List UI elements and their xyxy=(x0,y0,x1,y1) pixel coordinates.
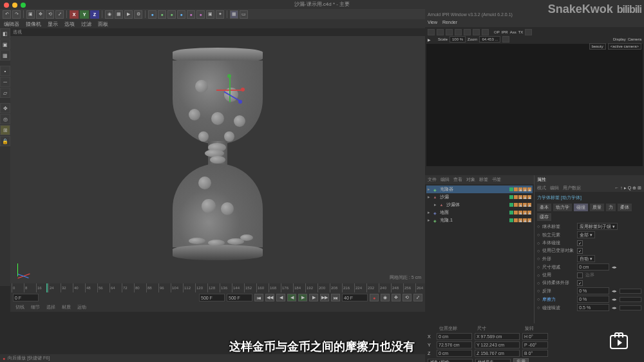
timeline-tick[interactable]: 128 xyxy=(207,283,220,292)
select-tool[interactable]: ▣ xyxy=(26,10,35,19)
hierarchy-item[interactable]: ▸▲沙漏▲▲▲ xyxy=(426,193,533,201)
prim-7[interactable]: ▣ xyxy=(206,10,214,19)
h-tab-2[interactable]: 查看 xyxy=(453,176,462,183)
slider[interactable] xyxy=(620,297,641,302)
play-back[interactable]: ◀ xyxy=(287,294,296,301)
timeline-tick[interactable]: 120 xyxy=(195,283,207,292)
move-tool[interactable]: ✥ xyxy=(36,10,44,19)
autokey-btn[interactable]: ◉ xyxy=(381,294,390,301)
main-viewport[interactable]: 透视 网格间距 : 5 cm xyxy=(10,28,425,283)
timeline-tick[interactable]: 8 xyxy=(24,283,36,292)
rot-input[interactable] xyxy=(522,333,548,340)
axis-toggle[interactable]: ✥ xyxy=(0,103,10,113)
rv-btn-8[interactable] xyxy=(525,29,532,35)
apply-button[interactable]: 应用 xyxy=(513,358,529,362)
minimize-window[interactable] xyxy=(12,3,17,8)
timeline-tick[interactable]: 264 xyxy=(415,283,425,292)
attr-nav[interactable]: ← ↑ ▸ Q ⊕ ⊞ xyxy=(614,186,641,191)
h-tab-4[interactable]: 标签 xyxy=(479,176,488,183)
timeline-tick[interactable]: 72 xyxy=(122,283,134,292)
undo-button[interactable]: ↶ xyxy=(3,10,11,19)
tl-tab-0[interactable]: 切线 xyxy=(13,304,27,310)
pos-input[interactable] xyxy=(437,350,472,357)
pos-input[interactable] xyxy=(437,341,472,348)
timeline-tick[interactable]: 56 xyxy=(97,283,109,292)
timeline-tick[interactable]: 256 xyxy=(403,283,415,292)
rv-btn-5[interactable] xyxy=(464,29,471,35)
tl-tab-3[interactable]: 材质 xyxy=(59,304,73,310)
next-frame[interactable]: ▶ xyxy=(309,294,318,301)
timeline-tick[interactable]: 176 xyxy=(281,283,293,292)
menu-options[interactable]: 选项 xyxy=(64,21,75,28)
menu-camera[interactable]: 摄像机 xyxy=(26,21,41,28)
display-dropdown[interactable]: beauty xyxy=(589,43,606,50)
slider[interactable] xyxy=(620,305,641,310)
prev-frame[interactable]: ◀ xyxy=(276,294,285,301)
redo-button[interactable]: ↷ xyxy=(12,10,21,19)
number-input[interactable] xyxy=(577,287,609,294)
prim-4[interactable]: ● xyxy=(177,10,185,19)
prim-3[interactable]: ● xyxy=(167,10,176,19)
scale-dropdown[interactable]: 100 % xyxy=(450,36,466,43)
attr-tab[interactable]: 动力学 xyxy=(553,204,572,211)
record-btn[interactable]: ● xyxy=(370,294,379,301)
rv-ipr[interactable]: IPR xyxy=(502,30,508,34)
h-tab-1[interactable]: 编辑 xyxy=(440,176,450,183)
h-tab-3[interactable]: 对象 xyxy=(466,176,475,183)
timeline-tick[interactable]: 184 xyxy=(293,283,305,292)
checkbox[interactable] xyxy=(577,248,583,254)
timeline-tick[interactable]: 88 xyxy=(146,283,158,292)
menu-display[interactable]: 显示 xyxy=(48,21,58,28)
hierarchy-item[interactable]: ▸▲沙漏体▲▲▲ xyxy=(426,201,533,209)
a-ptab-0[interactable]: 模式 xyxy=(537,185,546,191)
checkbox[interactable] xyxy=(577,272,583,278)
tl-tab-2[interactable]: 选择 xyxy=(44,304,58,310)
menu-view[interactable]: 编辑器 xyxy=(4,21,19,28)
rv-op[interactable]: OP xyxy=(494,30,500,34)
attr-tab[interactable]: 力 xyxy=(606,204,616,211)
attr-panel-tab[interactable]: 属性 xyxy=(537,176,546,183)
scale-tool[interactable]: ⤢ xyxy=(55,10,64,19)
a-ptab-2[interactable]: 用户数据 xyxy=(563,185,581,191)
prim-6[interactable]: ● xyxy=(196,10,205,19)
zoom-dropdown[interactable]: 64.453 ... xyxy=(479,36,500,43)
slider[interactable] xyxy=(620,289,641,294)
rv-btn-1[interactable] xyxy=(428,29,435,35)
rot-input[interactable] xyxy=(522,350,548,357)
number-input[interactable] xyxy=(577,263,609,271)
mode-btn[interactable]: ▭ xyxy=(240,10,248,19)
hierarchy-item[interactable]: ▸◈克隆.1▲▲▲ xyxy=(426,216,533,224)
end-frame-input-2[interactable] xyxy=(227,294,252,301)
attr-tab[interactable]: 缓存 xyxy=(537,213,551,221)
maximize-window[interactable] xyxy=(21,3,26,8)
poly-mode[interactable]: ▱ xyxy=(0,88,10,98)
point-mode[interactable]: • xyxy=(0,66,10,76)
rv-btn-2[interactable] xyxy=(437,29,444,35)
tl-tab-4[interactable]: 运动 xyxy=(75,304,89,310)
rot-input[interactable] xyxy=(522,341,548,348)
prim-5[interactable]: ● xyxy=(187,10,195,19)
render-btn[interactable]: ▶ xyxy=(124,10,133,19)
end-frame-input[interactable] xyxy=(199,294,225,301)
goto-end[interactable]: ⏭ xyxy=(331,294,340,301)
timeline-tick[interactable]: 144 xyxy=(232,283,244,292)
size-input[interactable] xyxy=(475,341,520,348)
workplane[interactable]: ⊞ xyxy=(0,125,10,135)
menu-filter[interactable]: 过滤 xyxy=(81,21,91,28)
timeline-tick[interactable]: 80 xyxy=(134,283,146,292)
rotate-tool[interactable]: ⟲ xyxy=(46,10,54,19)
play-forward[interactable]: ▶ xyxy=(298,294,307,301)
size-input[interactable] xyxy=(475,350,520,357)
video-player-icon[interactable] xyxy=(610,335,628,349)
locked[interactable]: 🔒 xyxy=(0,136,10,146)
start-frame-input[interactable] xyxy=(13,294,39,301)
timeline-tick[interactable]: 112 xyxy=(183,283,195,292)
timeline-tick[interactable]: 232 xyxy=(366,283,379,292)
snap-btn[interactable]: ▦ xyxy=(230,10,238,19)
timeline-tick[interactable]: 248 xyxy=(391,283,403,292)
camera-dropdown[interactable]: <active camera> xyxy=(608,43,641,50)
timeline-tick[interactable]: 160 xyxy=(256,283,269,292)
rv-btn-3[interactable] xyxy=(446,29,453,35)
pos-input[interactable] xyxy=(437,333,472,340)
tool-btn-2[interactable]: ▦ xyxy=(115,10,123,19)
